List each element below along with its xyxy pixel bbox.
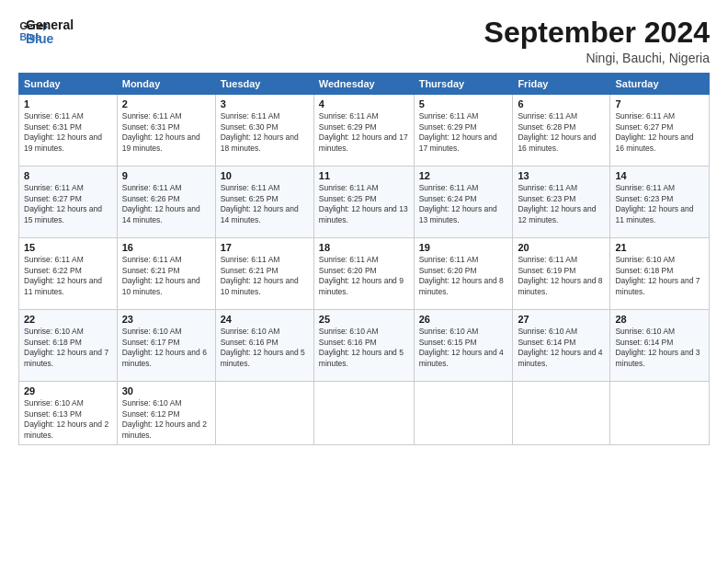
day-number: 10 — [221, 170, 309, 181]
day-info: Sunrise: 6:11 AM Sunset: 6:31 PM Dayligh… — [122, 111, 210, 154]
logo-general: General — [26, 18, 74, 32]
day-info: Sunrise: 6:10 AM Sunset: 6:12 PM Dayligh… — [122, 398, 210, 441]
calendar-cell — [313, 382, 414, 445]
day-info: Sunrise: 6:11 AM Sunset: 6:20 PM Dayligh… — [419, 255, 508, 297]
day-number: 24 — [221, 314, 309, 325]
calendar-cell: 16Sunrise: 6:11 AM Sunset: 6:21 PM Dayli… — [117, 238, 215, 310]
day-number: 23 — [122, 314, 210, 325]
day-number: 12 — [419, 170, 508, 181]
calendar-cell — [215, 382, 313, 445]
calendar-cell: 9Sunrise: 6:11 AM Sunset: 6:26 PM Daylig… — [117, 167, 215, 238]
calendar-cell: 6Sunrise: 6:11 AM Sunset: 6:28 PM Daylig… — [513, 95, 610, 167]
calendar-cell: 11Sunrise: 6:11 AM Sunset: 6:25 PM Dayli… — [313, 167, 414, 238]
day-info: Sunrise: 6:10 AM Sunset: 6:14 PM Dayligh… — [615, 327, 704, 369]
calendar-week-row: 15Sunrise: 6:11 AM Sunset: 6:22 PM Dayli… — [19, 238, 710, 310]
day-info: Sunrise: 6:11 AM Sunset: 6:23 PM Dayligh… — [615, 183, 704, 225]
calendar-cell: 26Sunrise: 6:10 AM Sunset: 6:15 PM Dayli… — [414, 310, 513, 382]
day-number: 6 — [518, 98, 605, 109]
day-number: 13 — [518, 170, 605, 181]
day-info: Sunrise: 6:10 AM Sunset: 6:16 PM Dayligh… — [221, 327, 309, 369]
day-info: Sunrise: 6:11 AM Sunset: 6:25 PM Dayligh… — [221, 183, 309, 225]
calendar-week-row: 8Sunrise: 6:11 AM Sunset: 6:27 PM Daylig… — [19, 167, 710, 238]
col-thursday: Thursday — [414, 74, 513, 95]
day-number: 17 — [221, 242, 309, 253]
calendar-cell: 29Sunrise: 6:10 AM Sunset: 6:13 PM Dayli… — [19, 382, 118, 445]
day-info: Sunrise: 6:10 AM Sunset: 6:15 PM Dayligh… — [419, 327, 508, 369]
calendar-cell: 19Sunrise: 6:11 AM Sunset: 6:20 PM Dayli… — [414, 238, 513, 310]
calendar-week-row: 29Sunrise: 6:10 AM Sunset: 6:13 PM Dayli… — [19, 382, 710, 445]
day-number: 27 — [518, 314, 605, 325]
calendar-cell: 24Sunrise: 6:10 AM Sunset: 6:16 PM Dayli… — [215, 310, 313, 382]
day-info: Sunrise: 6:11 AM Sunset: 6:30 PM Dayligh… — [221, 111, 309, 154]
calendar-cell: 12Sunrise: 6:11 AM Sunset: 6:24 PM Dayli… — [414, 167, 513, 238]
day-info: Sunrise: 6:11 AM Sunset: 6:27 PM Dayligh… — [615, 111, 704, 154]
calendar-cell: 23Sunrise: 6:10 AM Sunset: 6:17 PM Dayli… — [117, 310, 215, 382]
day-info: Sunrise: 6:11 AM Sunset: 6:29 PM Dayligh… — [419, 111, 508, 154]
day-info: Sunrise: 6:10 AM Sunset: 6:17 PM Dayligh… — [122, 327, 210, 369]
day-number: 9 — [122, 170, 210, 181]
day-info: Sunrise: 6:10 AM Sunset: 6:18 PM Dayligh… — [615, 255, 704, 297]
calendar-cell: 28Sunrise: 6:10 AM Sunset: 6:14 PM Dayli… — [610, 310, 710, 382]
calendar-cell — [513, 382, 610, 445]
logo: General Blue General Blue — [18, 17, 74, 47]
day-number: 20 — [518, 242, 605, 253]
day-info: Sunrise: 6:11 AM Sunset: 6:21 PM Dayligh… — [221, 255, 309, 297]
calendar-cell: 22Sunrise: 6:10 AM Sunset: 6:18 PM Dayli… — [19, 310, 118, 382]
day-number: 18 — [319, 242, 409, 253]
calendar-cell: 10Sunrise: 6:11 AM Sunset: 6:25 PM Dayli… — [215, 167, 313, 238]
day-number: 11 — [319, 170, 409, 181]
calendar-cell — [610, 382, 710, 445]
calendar-cell: 30Sunrise: 6:10 AM Sunset: 6:12 PM Dayli… — [117, 382, 215, 445]
day-info: Sunrise: 6:11 AM Sunset: 6:26 PM Dayligh… — [122, 183, 210, 225]
calendar-cell: 3Sunrise: 6:11 AM Sunset: 6:30 PM Daylig… — [215, 95, 313, 167]
day-info: Sunrise: 6:11 AM Sunset: 6:19 PM Dayligh… — [518, 255, 605, 297]
col-tuesday: Tuesday — [215, 74, 313, 95]
calendar-cell: 4Sunrise: 6:11 AM Sunset: 6:29 PM Daylig… — [313, 95, 414, 167]
col-sunday: Sunday — [19, 74, 118, 95]
col-wednesday: Wednesday — [313, 74, 414, 95]
calendar-cell: 13Sunrise: 6:11 AM Sunset: 6:23 PM Dayli… — [513, 167, 610, 238]
day-info: Sunrise: 6:11 AM Sunset: 6:27 PM Dayligh… — [24, 183, 112, 225]
calendar-cell: 2Sunrise: 6:11 AM Sunset: 6:31 PM Daylig… — [117, 95, 215, 167]
calendar-cell: 27Sunrise: 6:10 AM Sunset: 6:14 PM Dayli… — [513, 310, 610, 382]
calendar-cell: 20Sunrise: 6:11 AM Sunset: 6:19 PM Dayli… — [513, 238, 610, 310]
day-info: Sunrise: 6:11 AM Sunset: 6:21 PM Dayligh… — [122, 255, 210, 297]
day-info: Sunrise: 6:11 AM Sunset: 6:29 PM Dayligh… — [319, 111, 409, 154]
calendar-cell: 7Sunrise: 6:11 AM Sunset: 6:27 PM Daylig… — [610, 95, 710, 167]
calendar-cell: 18Sunrise: 6:11 AM Sunset: 6:20 PM Dayli… — [313, 238, 414, 310]
day-info: Sunrise: 6:11 AM Sunset: 6:28 PM Dayligh… — [518, 111, 605, 154]
day-number: 28 — [615, 314, 704, 325]
calendar-week-row: 1Sunrise: 6:11 AM Sunset: 6:31 PM Daylig… — [19, 95, 710, 167]
calendar-cell: 17Sunrise: 6:11 AM Sunset: 6:21 PM Dayli… — [215, 238, 313, 310]
day-number: 29 — [24, 385, 112, 396]
day-info: Sunrise: 6:11 AM Sunset: 6:24 PM Dayligh… — [419, 183, 508, 225]
day-number: 30 — [122, 385, 210, 396]
calendar-cell: 15Sunrise: 6:11 AM Sunset: 6:22 PM Dayli… — [19, 238, 118, 310]
calendar-header-row: Sunday Monday Tuesday Wednesday Thursday… — [19, 74, 710, 95]
day-info: Sunrise: 6:11 AM Sunset: 6:20 PM Dayligh… — [319, 255, 409, 297]
day-number: 25 — [319, 314, 409, 325]
day-info: Sunrise: 6:10 AM Sunset: 6:14 PM Dayligh… — [518, 327, 605, 369]
month-title: September 2024 — [484, 17, 710, 49]
day-info: Sunrise: 6:11 AM Sunset: 6:23 PM Dayligh… — [518, 183, 605, 225]
day-number: 1 — [24, 98, 112, 109]
day-number: 15 — [24, 242, 112, 253]
calendar-cell: 8Sunrise: 6:11 AM Sunset: 6:27 PM Daylig… — [19, 167, 118, 238]
calendar-week-row: 22Sunrise: 6:10 AM Sunset: 6:18 PM Dayli… — [19, 310, 710, 382]
day-info: Sunrise: 6:10 AM Sunset: 6:18 PM Dayligh… — [24, 327, 112, 369]
day-info: Sunrise: 6:11 AM Sunset: 6:25 PM Dayligh… — [319, 183, 409, 225]
col-saturday: Saturday — [610, 74, 710, 95]
location: Ningi, Bauchi, Nigeria — [484, 51, 710, 65]
day-number: 16 — [122, 242, 210, 253]
calendar-cell: 21Sunrise: 6:10 AM Sunset: 6:18 PM Dayli… — [610, 238, 710, 310]
day-number: 7 — [615, 98, 704, 109]
calendar-cell — [414, 382, 513, 445]
day-number: 22 — [24, 314, 112, 325]
calendar-table: Sunday Monday Tuesday Wednesday Thursday… — [18, 73, 710, 445]
day-info: Sunrise: 6:10 AM Sunset: 6:16 PM Dayligh… — [319, 327, 409, 369]
col-friday: Friday — [513, 74, 610, 95]
col-monday: Monday — [117, 74, 215, 95]
calendar-cell: 1Sunrise: 6:11 AM Sunset: 6:31 PM Daylig… — [19, 95, 118, 167]
day-number: 26 — [419, 314, 508, 325]
day-number: 4 — [319, 98, 409, 109]
